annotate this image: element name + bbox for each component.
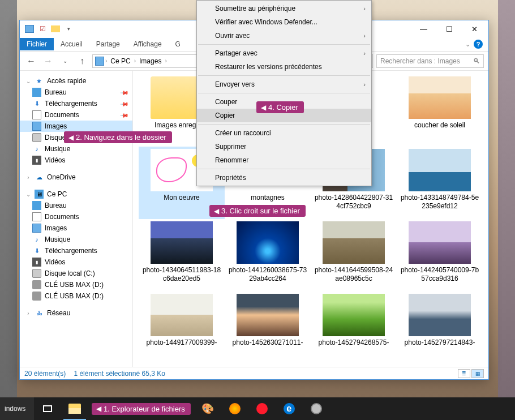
sidebar-this-pc[interactable]: ⌄🖥Ce PC bbox=[20, 188, 132, 200]
file-item[interactable]: photo-1441260038675-7329ab4cc264 bbox=[225, 219, 311, 292]
file-item[interactable]: coucher de soleil bbox=[397, 74, 483, 147]
chevron-right-icon[interactable]: › bbox=[134, 58, 136, 64]
menu-separator bbox=[198, 124, 370, 125]
sidebar-pc-usb1[interactable]: CLÉ USB MAX (D:) bbox=[20, 279, 132, 290]
sidebar-item-documents[interactable]: Documents📌 bbox=[20, 109, 132, 121]
sidebar-pc-localdisk[interactable]: Disque local (C:) bbox=[20, 268, 132, 279]
callout-2: ◀2. Naviguez dans le dossier bbox=[64, 131, 172, 143]
onedrive-icon: ☁ bbox=[35, 173, 44, 182]
file-label: photo-1428604422807-314cf752cbc9 bbox=[314, 194, 393, 211]
file-label: photo-1452794268575- bbox=[319, 338, 389, 347]
cm-restore[interactable]: Restaurer les versions précédentes bbox=[197, 60, 371, 74]
qat-dropdown-icon[interactable]: ▾ bbox=[62, 23, 75, 35]
task-view-button[interactable] bbox=[34, 397, 61, 420]
sidebar-pc-documents[interactable]: Documents bbox=[20, 211, 132, 222]
sidebar-item-desktop[interactable]: Bureau📌 bbox=[20, 87, 132, 98]
sidebar-item-videos[interactable]: ▮Vidéos bbox=[20, 155, 132, 166]
taskbar-app-opera[interactable] bbox=[248, 397, 276, 420]
sidebar-item-music[interactable]: ♪Musique bbox=[20, 143, 132, 155]
file-label: Mon oeuvre bbox=[164, 194, 199, 202]
file-label: photo-1442405740009-7b57cca9d316 bbox=[400, 266, 479, 283]
chevron-right-icon[interactable]: › bbox=[165, 58, 166, 64]
help-icon[interactable]: ? bbox=[474, 40, 483, 49]
sidebar-pc-usb2[interactable]: CLÉ USB MAX (D:) bbox=[20, 290, 132, 302]
tab-home[interactable]: Accueil bbox=[54, 38, 89, 50]
file-item[interactable]: photo-1452630271011- bbox=[225, 292, 311, 364]
file-label: photo-1452797214843- bbox=[405, 338, 475, 347]
tab-share[interactable]: Partage bbox=[89, 38, 127, 50]
sidebar-item-images[interactable]: Images bbox=[20, 121, 132, 132]
ribbon-expand-icon[interactable]: ⌄ bbox=[465, 41, 470, 48]
cm-sharewith[interactable]: Partager avec› bbox=[197, 46, 371, 60]
usb-icon bbox=[32, 292, 41, 301]
sidebar-onedrive[interactable]: ›☁OneDrive bbox=[20, 172, 132, 183]
cm-delete[interactable]: Supprimer bbox=[197, 140, 371, 153]
pin-icon: 📌 bbox=[120, 99, 129, 108]
new-folder-icon[interactable] bbox=[49, 23, 62, 35]
taskbar-explorer[interactable] bbox=[61, 397, 88, 420]
firefox-icon bbox=[229, 403, 241, 414]
sidebar-pc-desktop[interactable]: Bureau bbox=[20, 200, 132, 211]
pictures-icon bbox=[32, 122, 41, 131]
cm-properties[interactable]: Propriétés bbox=[197, 171, 371, 185]
pictures-icon bbox=[32, 224, 41, 233]
task-view-icon bbox=[43, 405, 52, 412]
pc-icon: 🖥 bbox=[35, 190, 44, 199]
search-input[interactable]: Rechercher dans : Images 🔍︎ bbox=[376, 54, 484, 68]
sidebar-pc-videos[interactable]: ▮Vidéos bbox=[20, 256, 132, 268]
minimize-button[interactable]: — bbox=[411, 21, 436, 37]
taskbar-app-paint[interactable]: 🎨 bbox=[194, 397, 221, 420]
image-thumbnail bbox=[237, 221, 299, 264]
back-button[interactable]: ← bbox=[24, 54, 38, 68]
close-button[interactable]: ✕ bbox=[462, 21, 487, 37]
file-item[interactable]: photo-1452797214843- bbox=[397, 292, 483, 364]
file-item[interactable]: photo-1442405740009-7b57cca9d316 bbox=[397, 219, 483, 292]
disk-icon bbox=[32, 133, 41, 142]
up-button[interactable]: ↑ bbox=[75, 54, 89, 68]
menu-separator bbox=[198, 44, 370, 45]
sidebar-pc-music[interactable]: ♪Musique bbox=[20, 234, 132, 245]
navigation-pane: ⌄★Accès rapide Bureau📌 ⬇Téléchargements📌… bbox=[20, 71, 133, 367]
image-thumbnail bbox=[151, 221, 213, 264]
cm-sendto[interactable]: Envoyer vers› bbox=[197, 78, 371, 91]
sidebar-pc-downloads[interactable]: ⬇Téléchargements bbox=[20, 245, 132, 256]
view-details-icon[interactable]: ≣ bbox=[458, 369, 470, 378]
maximize-button[interactable]: ☐ bbox=[436, 21, 462, 37]
cm-shortcut[interactable]: Créer un raccourci bbox=[197, 126, 371, 140]
menu-separator bbox=[198, 93, 370, 93]
taskbar-search[interactable]: indows bbox=[0, 397, 34, 420]
forward-button[interactable]: → bbox=[41, 54, 55, 68]
taskbar-app-safari[interactable] bbox=[303, 397, 330, 420]
file-item[interactable]: photo-1434064511983-18c6dae20ed5 bbox=[139, 219, 225, 292]
cm-openwith[interactable]: Ouvrir avec› bbox=[197, 29, 371, 42]
cm-defender[interactable]: Vérifier avec Windows Defender... bbox=[197, 15, 371, 29]
sidebar-quick-access[interactable]: ⌄★Accès rapide bbox=[20, 75, 132, 87]
file-item[interactable]: photo-1449177009399- bbox=[139, 292, 225, 364]
view-thumbnails-icon[interactable]: ▦ bbox=[471, 369, 484, 378]
sidebar-network[interactable]: ›🖧Réseau bbox=[20, 307, 132, 319]
search-placeholder: Rechercher dans : Images bbox=[380, 57, 460, 65]
cm-cast[interactable]: Soumettre au périphérique› bbox=[197, 2, 371, 15]
file-label: photo-1433148749784-5e235e9efd12 bbox=[400, 194, 479, 211]
menu-separator bbox=[198, 169, 370, 169]
recent-dropdown-icon[interactable]: ⌄ bbox=[58, 54, 72, 68]
cm-rename[interactable]: Renommer bbox=[197, 153, 371, 167]
sidebar-item-downloads[interactable]: ⬇Téléchargements📌 bbox=[20, 98, 132, 109]
file-item[interactable]: photo-1433148749784-5e235e9efd12 bbox=[397, 147, 483, 219]
sidebar-pc-images[interactable]: Images bbox=[20, 222, 132, 234]
taskbar-app-firefox[interactable] bbox=[221, 397, 248, 420]
file-item[interactable]: photo-1441644599508-24ae08965c5c bbox=[311, 219, 397, 292]
properties-icon[interactable]: ☑ bbox=[36, 23, 49, 35]
search-icon: 🔍︎ bbox=[473, 57, 480, 65]
chevron-right-icon[interactable]: › bbox=[105, 58, 107, 64]
taskbar-app-edge[interactable]: e bbox=[276, 397, 303, 420]
tab-manage[interactable]: G bbox=[169, 38, 187, 50]
image-thumbnail bbox=[151, 294, 213, 336]
breadcrumb-pc[interactable]: Ce PC bbox=[108, 57, 132, 65]
tab-view[interactable]: Affichage bbox=[127, 38, 169, 50]
caret-left-icon: ◀ bbox=[68, 134, 74, 142]
file-item[interactable]: photo-1452794268575- bbox=[311, 292, 397, 364]
chevron-right-icon: › bbox=[363, 81, 366, 88]
tab-file[interactable]: Fichier bbox=[20, 38, 54, 50]
breadcrumb-images[interactable]: Images bbox=[137, 57, 164, 65]
